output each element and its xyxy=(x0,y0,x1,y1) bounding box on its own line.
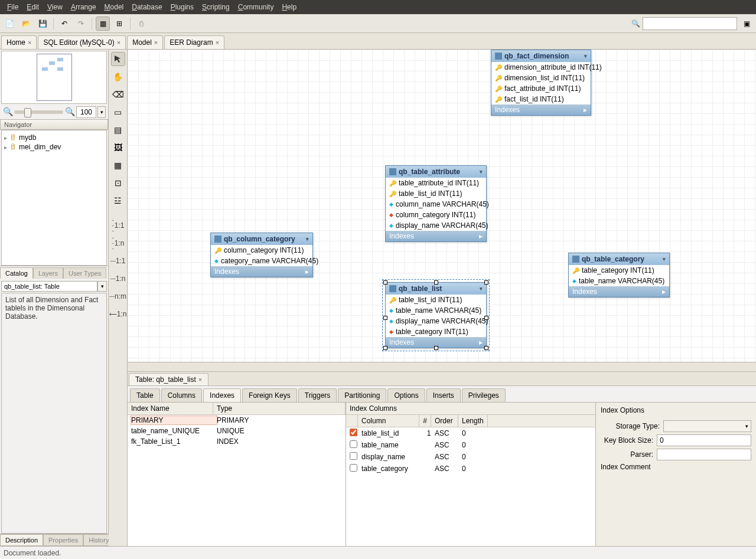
key-block-size-input[interactable] xyxy=(657,434,751,446)
search-input[interactable] xyxy=(643,17,737,30)
parser-input[interactable] xyxy=(657,449,751,460)
menu-plugins[interactable]: Plugins xyxy=(167,2,197,12)
search-close-icon[interactable]: ▣ xyxy=(739,17,754,31)
index-row[interactable]: fk_Table_List_1INDEX xyxy=(128,436,346,447)
zoom-slider[interactable] xyxy=(14,110,63,114)
tab-layers[interactable]: Layers xyxy=(33,267,63,279)
grid-toggle-icon[interactable]: ▦ xyxy=(96,17,110,31)
close-icon[interactable]: × xyxy=(117,39,120,46)
hand-tool-icon[interactable]: ✋ xyxy=(111,70,125,84)
er-table-fact-dimension[interactable]: qb_fact_dimension▾ 🔑dimension_attribute_… xyxy=(491,50,591,116)
subtab-triggers[interactable]: Triggers xyxy=(298,388,337,402)
rel-1-n-id-icon[interactable]: —1:n xyxy=(111,272,125,286)
db-item-mydb[interactable]: ▸🛢mydb xyxy=(4,133,104,142)
chevron-down-icon[interactable]: ▾ xyxy=(97,281,107,292)
storage-type-select[interactable]: ▾ xyxy=(663,420,751,432)
rel-1-1-nonid-icon[interactable]: ---1:1 xyxy=(111,218,125,233)
zoom-in-icon[interactable]: 🔍 xyxy=(64,107,75,117)
new-file-icon[interactable]: 📄 xyxy=(2,17,17,31)
tab-description[interactable]: Description xyxy=(0,534,43,546)
key-block-size-label: Key Block Size: xyxy=(601,436,653,444)
er-table-column-category[interactable]: qb_column_category▾ 🔑column_category INT… xyxy=(210,233,313,277)
menu-model[interactable]: Model xyxy=(101,2,128,12)
note-tool-icon[interactable]: ▤ xyxy=(111,123,125,137)
menu-view[interactable]: View xyxy=(44,2,66,12)
er-table-list[interactable]: qb_table_list▾ 🔑table_list_id INT(11) ◆t… xyxy=(385,282,487,348)
index-columns-title: Index Columns xyxy=(346,403,595,415)
subtab-indexes[interactable]: Indexes xyxy=(203,388,241,402)
chevron-down-icon[interactable]: ▾ xyxy=(306,236,309,242)
col-checkbox[interactable] xyxy=(350,429,357,436)
index-col-row[interactable]: table_list_id1ASC0 xyxy=(346,427,595,439)
redo-icon[interactable]: ↷ xyxy=(74,17,88,31)
subtab-partitioning[interactable]: Partitioning xyxy=(338,388,386,402)
col-checkbox[interactable] xyxy=(350,464,357,472)
catalog-tree[interactable]: ▸🛢mydb ▸🛢mei_dim_dev xyxy=(1,130,107,266)
menu-help[interactable]: Help xyxy=(278,2,300,12)
chevron-down-icon[interactable]: ▾ xyxy=(584,53,587,59)
menu-edit[interactable]: Edit xyxy=(23,2,43,12)
tab-eer-diagram[interactable]: EER Diagram× xyxy=(164,35,224,49)
subtab-foreign-keys[interactable]: Foreign Keys xyxy=(242,388,297,402)
subtab-table[interactable]: Table xyxy=(130,388,160,402)
chevron-down-icon[interactable]: ▾ xyxy=(663,256,666,262)
table-icon xyxy=(214,236,221,243)
close-icon[interactable]: × xyxy=(198,376,202,383)
col-checkbox[interactable] xyxy=(350,452,357,460)
print-icon[interactable]: ⎙ xyxy=(134,17,148,31)
close-icon[interactable]: × xyxy=(154,39,158,46)
zoom-dropdown-icon[interactable]: ▾ xyxy=(97,106,106,118)
index-row[interactable]: PRIMARYPRIMARY xyxy=(128,415,346,426)
subtab-inserts[interactable]: Inserts xyxy=(426,388,461,402)
pane-tab-table[interactable]: Table: qb_table_list× xyxy=(129,373,208,385)
tab-properties[interactable]: Properties xyxy=(43,534,83,546)
table-tool-icon[interactable]: ▦ xyxy=(111,158,125,172)
menu-scripting[interactable]: Scripting xyxy=(198,2,233,12)
subtab-privileges[interactable]: Privileges xyxy=(462,388,506,402)
rel-n-m-icon[interactable]: —n:m xyxy=(111,289,125,303)
index-col-row[interactable]: table_categoryASC0 xyxy=(346,463,595,475)
menu-database[interactable]: Database xyxy=(128,2,165,12)
rel-1-n-existing-icon[interactable]: ⟵1:n xyxy=(111,307,125,321)
menu-file[interactable]: File xyxy=(4,2,22,12)
open-file-icon[interactable]: 📂 xyxy=(19,17,33,31)
tab-home[interactable]: Home× xyxy=(1,35,37,49)
view-tool-icon[interactable]: ⊡ xyxy=(111,176,125,190)
save-icon[interactable]: 💾 xyxy=(35,17,50,31)
close-icon[interactable]: × xyxy=(28,39,31,46)
index-col-row[interactable]: table_nameASC0 xyxy=(346,439,595,451)
index-col-row[interactable]: display_nameASC0 xyxy=(346,451,595,463)
image-tool-icon[interactable]: 🖼 xyxy=(111,140,125,155)
navigator-minimap[interactable] xyxy=(1,51,107,104)
tab-user-types[interactable]: User Types xyxy=(63,267,106,279)
col-checkbox[interactable] xyxy=(350,440,357,448)
index-list[interactable]: Index NameType PRIMARYPRIMARY table_name… xyxy=(128,403,346,546)
subtab-columns[interactable]: Columns xyxy=(161,388,202,402)
undo-icon[interactable]: ↶ xyxy=(57,17,71,31)
rel-1-n-nonid-icon[interactable]: ---1:n xyxy=(111,236,125,250)
align-icon[interactable]: ⊞ xyxy=(112,17,126,31)
zoom-out-icon[interactable]: 🔍 xyxy=(2,107,13,117)
rel-1-1-id-icon[interactable]: —1:1 xyxy=(111,254,125,268)
er-table-category[interactable]: qb_table_category▾ 🔑table_category INT(1… xyxy=(568,253,670,298)
chevron-down-icon[interactable]: ▾ xyxy=(480,286,483,292)
menu-arrange[interactable]: Arrange xyxy=(67,2,100,12)
chevron-down-icon[interactable]: ▾ xyxy=(480,169,483,175)
db-item-mei-dim-dev[interactable]: ▸🛢mei_dim_dev xyxy=(4,142,104,152)
layer-tool-icon[interactable]: ▭ xyxy=(111,105,125,119)
close-icon[interactable]: × xyxy=(216,39,219,46)
tab-catalog[interactable]: Catalog xyxy=(0,267,33,279)
routine-group-tool-icon[interactable]: ☳ xyxy=(111,194,125,208)
tab-model[interactable]: Model× xyxy=(127,35,163,49)
property-selector[interactable]: qb_table_list: Table▾ xyxy=(1,281,107,292)
zoom-value[interactable] xyxy=(76,106,96,118)
eer-canvas[interactable]: qb_fact_dimension▾ 🔑dimension_attribute_… xyxy=(128,50,756,362)
index-row[interactable]: table_name_UNIQUEUNIQUE xyxy=(128,426,346,436)
tab-sql-editor[interactable]: SQL Editor (MySQL-0)× xyxy=(38,35,126,49)
menu-community[interactable]: Community xyxy=(234,2,278,12)
pointer-tool-icon[interactable] xyxy=(111,52,125,66)
eraser-tool-icon[interactable]: ⌫ xyxy=(111,87,125,102)
horizontal-scrollbar[interactable] xyxy=(128,362,756,371)
er-table-attribute[interactable]: qb_table_attribute▾ 🔑table_attribute_id … xyxy=(385,165,487,242)
subtab-options[interactable]: Options xyxy=(387,388,425,402)
